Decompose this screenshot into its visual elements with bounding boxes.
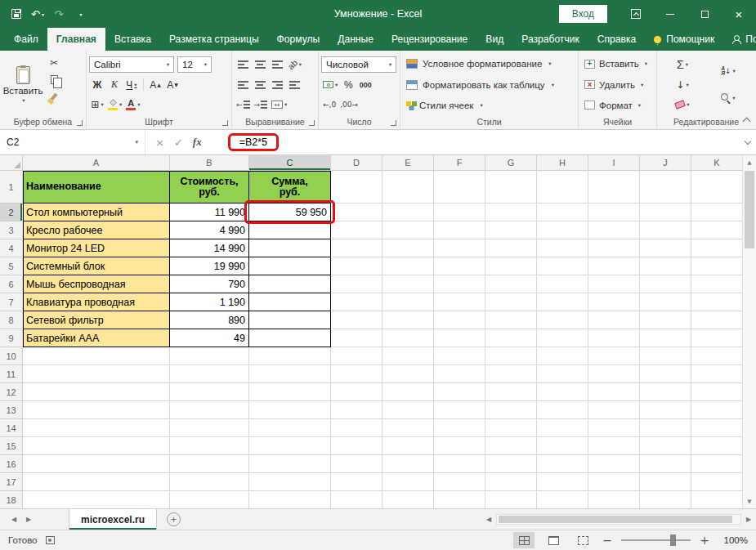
column-header-F[interactable]: F xyxy=(434,155,485,171)
orientation-button[interactable]: ab▾ xyxy=(286,56,303,73)
cell-G13[interactable] xyxy=(485,401,537,419)
cell-K4[interactable] xyxy=(691,239,742,257)
cell-D12[interactable] xyxy=(331,383,382,401)
cell-G18[interactable] xyxy=(485,491,537,508)
row-header-14[interactable]: 14 xyxy=(0,419,23,437)
cell-B2[interactable]: 11 990 xyxy=(170,203,249,221)
font-size-select[interactable]: 12▾ xyxy=(177,56,212,73)
cell-E15[interactable] xyxy=(382,437,434,455)
cell-B5[interactable]: 19 990 xyxy=(170,257,249,275)
cell-H18[interactable] xyxy=(537,491,588,508)
cell-D9[interactable] xyxy=(331,329,382,347)
decrease-font-button[interactable]: А▼ xyxy=(164,77,181,93)
cell-D3[interactable] xyxy=(331,221,382,239)
name-box[interactable]: C2 ▾ xyxy=(0,130,145,154)
cell-F12[interactable] xyxy=(434,383,485,401)
save-button[interactable] xyxy=(7,3,26,25)
cell-C2[interactable]: 59 950 xyxy=(249,203,331,221)
tab-page-layout[interactable]: Разметка страницы xyxy=(160,28,268,51)
column-header-H[interactable]: H xyxy=(537,155,588,171)
share-button[interactable]: Поделиться xyxy=(723,28,756,51)
cell-I4[interactable] xyxy=(588,239,640,257)
cell-I1[interactable] xyxy=(588,171,640,203)
cell-C18[interactable] xyxy=(249,491,331,508)
cell-C4[interactable] xyxy=(249,239,331,257)
zoom-in-button[interactable]: + xyxy=(699,534,710,547)
copy-button[interactable] xyxy=(43,71,65,88)
cell-C9[interactable] xyxy=(249,329,331,347)
cell-F9[interactable] xyxy=(434,329,485,347)
cell-H6[interactable] xyxy=(537,275,588,293)
tab-developer[interactable]: Разработчик xyxy=(512,28,588,51)
cell-B15[interactable] xyxy=(170,437,249,455)
cell-D8[interactable] xyxy=(331,311,382,329)
insert-function-button[interactable]: fx xyxy=(193,136,202,149)
align-center-button[interactable] xyxy=(252,77,268,93)
cell-J7[interactable] xyxy=(640,293,691,311)
cell-E2[interactable] xyxy=(382,203,434,221)
cell-C6[interactable] xyxy=(249,275,331,293)
cell-J17[interactable] xyxy=(640,473,691,491)
cell-K18[interactable] xyxy=(691,491,742,508)
redo-button[interactable]: ↷ xyxy=(49,3,69,25)
cell-A7[interactable]: Клавиатура проводная xyxy=(23,293,170,311)
cell-H13[interactable] xyxy=(537,401,588,419)
cell-K6[interactable] xyxy=(691,275,742,293)
insert-cells-button[interactable]: +Вставить▾ xyxy=(581,55,654,73)
zoom-slider[interactable] xyxy=(621,539,691,541)
cell-F16[interactable] xyxy=(434,455,485,473)
cell-H10[interactable] xyxy=(537,347,588,365)
cell-E1[interactable] xyxy=(382,171,434,203)
row-header-4[interactable]: 4 xyxy=(0,239,23,257)
cell-A3[interactable]: Кресло рабочее xyxy=(23,221,170,239)
tab-help[interactable]: Справка xyxy=(588,28,645,51)
cell-K13[interactable] xyxy=(691,401,742,419)
clipboard-dialog-launcher[interactable] xyxy=(77,120,83,126)
column-header-K[interactable]: K xyxy=(691,155,742,171)
scroll-up-icon[interactable]: ▲ xyxy=(743,155,756,169)
cell-H5[interactable] xyxy=(537,257,588,275)
cell-H1[interactable] xyxy=(537,171,588,203)
cell-F18[interactable] xyxy=(434,491,485,508)
undo-button[interactable]: ↶▾ xyxy=(28,3,47,25)
cell-H11[interactable] xyxy=(537,365,588,383)
cell-A10[interactable] xyxy=(23,347,170,365)
cell-I3[interactable] xyxy=(588,221,640,239)
cell-B16[interactable] xyxy=(170,455,249,473)
cell-E11[interactable] xyxy=(382,365,434,383)
cell-J16[interactable] xyxy=(640,455,691,473)
macro-record-icon[interactable] xyxy=(46,536,55,544)
cell-A9[interactable]: Батарейки AAA xyxy=(23,329,170,347)
cell-styles-button[interactable]: Стили ячеек▾ xyxy=(403,96,575,114)
comma-style-button[interactable]: 000 xyxy=(357,77,374,93)
cell-G5[interactable] xyxy=(485,257,537,275)
cell-J15[interactable] xyxy=(640,437,691,455)
row-header-2[interactable]: 2 xyxy=(0,203,23,221)
normal-view-button[interactable] xyxy=(513,532,535,548)
cell-G11[interactable] xyxy=(485,365,537,383)
font-family-select[interactable]: Calibri▾ xyxy=(89,56,174,73)
cell-F11[interactable] xyxy=(434,365,485,383)
cell-F3[interactable] xyxy=(434,221,485,239)
cell-D18[interactable] xyxy=(331,491,382,508)
cell-I5[interactable] xyxy=(588,257,640,275)
cell-F10[interactable] xyxy=(434,347,485,365)
cell-D2[interactable] xyxy=(331,203,382,221)
cell-B8[interactable]: 890 xyxy=(170,311,249,329)
cell-E3[interactable] xyxy=(382,221,434,239)
cell-J8[interactable] xyxy=(640,311,691,329)
tab-formulas[interactable]: Формулы xyxy=(268,28,329,51)
cell-C12[interactable] xyxy=(249,383,331,401)
cell-K3[interactable] xyxy=(691,221,742,239)
row-header-3[interactable]: 3 xyxy=(0,221,23,239)
cell-J1[interactable] xyxy=(640,171,691,203)
cell-A11[interactable] xyxy=(23,365,170,383)
sort-filter-button[interactable]: АЯ↓▾ xyxy=(705,63,751,79)
cell-B7[interactable]: 1 190 xyxy=(170,293,249,311)
cell-G6[interactable] xyxy=(485,275,537,293)
cell-K5[interactable] xyxy=(691,257,742,275)
row-header-18[interactable]: 18 xyxy=(0,491,23,508)
cell-J3[interactable] xyxy=(640,221,691,239)
column-header-B[interactable]: B xyxy=(170,155,249,171)
cell-C1[interactable]: Сумма, руб. xyxy=(249,171,331,203)
